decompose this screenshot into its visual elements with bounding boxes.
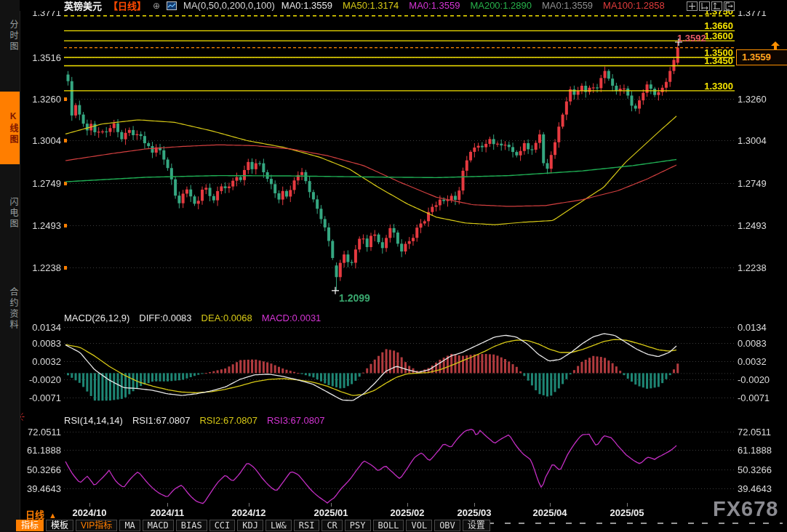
low-price-label: 1.2099	[339, 292, 370, 304]
macd-dea-value: DEA:0.0068	[201, 313, 252, 323]
toolbar-button-MA[interactable]: MA	[119, 520, 140, 531]
chart-header: 英镑美元 【日线】 ⊕ MA(0,50,0,200,0,100) MA0:1.3…	[20, 0, 787, 11]
y-axis-tick-rsi-right: 61.1888	[738, 445, 786, 456]
toolbar-button-BOLL[interactable]: BOLL	[373, 520, 404, 531]
rsi3-value: RSI3:67.0807	[267, 415, 325, 426]
y-axis-tick-macd-left: -0.0020	[17, 374, 61, 385]
watermark-logo: FX678	[713, 497, 778, 521]
toolbar-button-RSI[interactable]: RSI	[294, 520, 320, 531]
indicator-toolbar: 指标模板VIP指标MAMACDBIASCCIKDJLW&RSICRPSYBOLL…	[16, 520, 490, 531]
y-axis-tick-macd-right: 0.0083	[738, 338, 786, 349]
ma-legend-item: MA0:1.3559	[542, 0, 593, 11]
ma-legend-item: MA200:1.2890	[470, 0, 532, 11]
y-axis-tick-macd-left: 0.0083	[17, 338, 61, 349]
y-axis-tick-rsi-left: 50.3266	[17, 464, 61, 475]
sidebar: 分时图K线图闪电图合约资料	[0, 0, 20, 532]
macd-diff-value: DIFF:0.0083	[139, 313, 191, 323]
toolbar-dashed-divider	[474, 523, 783, 524]
x-axis-month-label: 2025/03	[458, 507, 492, 518]
toolbar-button-BIAS[interactable]: BIAS	[176, 520, 207, 531]
ma-settings-label: MA(0,50,0,200,0,100)	[183, 0, 275, 11]
y-axis-scale-icon[interactable]	[699, 1, 710, 10]
ma-legend: MA0:1.3559MA50:1.3174MA0:1.3559MA200:1.2…	[281, 0, 665, 11]
y-axis-tick-main-left: 1.3260	[17, 94, 61, 105]
rsi2-value: RSI2:67.0807	[199, 415, 257, 426]
symbol-title: 英镑美元	[64, 0, 102, 12]
y-axis-tick-rsi-left: 61.1888	[17, 445, 61, 456]
rsi-title: RSI(14,14,14)	[64, 415, 123, 426]
toolbar-button-xx[interactable]: 模板	[46, 520, 73, 531]
y-axis-tick-macd-left: -0.0071	[17, 392, 61, 403]
x-axis-month-label: 2024/12	[232, 507, 266, 518]
y-axis-tick-main-right: 1.2493	[738, 220, 786, 231]
toolbar-button-VOL[interactable]: VOL	[406, 520, 432, 531]
chart-tools	[687, 1, 735, 10]
add-overlay-icon[interactable]: ⊕	[153, 1, 160, 11]
macd-title: MACD(26,12,9)	[64, 313, 129, 323]
ma-legend-item: MA0:1.3559	[281, 0, 332, 11]
x-axis-month-label: 2024/10	[73, 507, 107, 518]
pane-expand-icon[interactable]	[724, 1, 735, 10]
period-badge: 【日线】	[108, 0, 146, 12]
toolbar-button-xx[interactable]: 指标	[16, 520, 44, 531]
y-axis-tick-rsi-left: 39.4643	[17, 483, 61, 494]
x-axis-month-label: 2025/04	[533, 507, 567, 518]
toolbar-button-xx[interactable]: 设置	[463, 520, 490, 531]
toolbar-button-KDJ[interactable]: KDJ	[237, 520, 263, 531]
y-axis-tick-macd-right: -0.0020	[738, 374, 786, 385]
toolbar-button-CCI[interactable]: CCI	[209, 520, 236, 531]
macd-header: MACD(26,12,9) DIFF:0.0083 DEA:0.0068 MAC…	[64, 313, 321, 323]
ma-legend-item: MA100:1.2858	[603, 0, 665, 11]
y-axis-tick-main-left: 1.2749	[17, 178, 61, 189]
y-axis-tick-macd-right: 0.0032	[738, 356, 786, 367]
level-line-label: 1.3300	[690, 81, 733, 92]
toolbar-button-PSY[interactable]: PSY	[345, 520, 371, 531]
y-axis-tick-rsi-left: 72.0511	[17, 427, 61, 438]
toolbar-button-CR[interactable]: CR	[321, 520, 342, 531]
level-line-label: 1.3450	[690, 55, 733, 66]
crosshair-icon[interactable]	[687, 1, 698, 10]
y-axis-tick-main-right: 1.2238	[738, 262, 786, 273]
toolbar-button-OBV[interactable]: OBV	[434, 520, 460, 531]
y-axis-tick-macd-right: -0.0071	[738, 392, 786, 403]
period-up-triangle-icon: ▲	[49, 511, 57, 520]
sidebar-tab-2[interactable]: K线图	[0, 92, 20, 164]
toolbar-button-LWx[interactable]: LW&	[265, 520, 292, 531]
chart-canvas[interactable]	[0, 0, 787, 532]
rsi1-value: RSI1:67.0807	[132, 415, 191, 426]
toolbar-button-VIPxx[interactable]: VIP指标	[76, 520, 117, 531]
y-axis-tick-main-right: 1.3260	[738, 94, 786, 105]
y-axis-tick-macd-left: 0.0032	[17, 356, 61, 367]
ma-legend-item: MA50:1.3174	[343, 0, 399, 11]
y-axis-tick-main-left: 1.2493	[17, 220, 61, 231]
x-axis-month-label: 2025/01	[314, 507, 348, 518]
y-axis-tick-main-left: 1.2238	[17, 262, 61, 273]
ma-legend-item: MA0:1.3559	[409, 0, 460, 11]
sidebar-tab-4[interactable]: 合约资料	[0, 266, 20, 352]
high-price-label: 1.3592	[677, 33, 706, 44]
trading-app-window: 分时图K线图闪电图合约资料 英镑美元 【日线】 ⊕ MA(0,50,0,200,…	[0, 0, 787, 532]
mini-chart-icon[interactable]	[167, 1, 177, 10]
period-text: 日线	[25, 509, 44, 520]
x-axis-month-label: 2024/11	[151, 507, 184, 518]
x-axis-month-label: 2025/05	[610, 507, 644, 518]
y-axis-tick-main-right: 1.3004	[738, 135, 786, 146]
y-axis-tick-main-left: 1.3516	[17, 52, 61, 63]
y-axis-tick-macd-left: 0.0134	[17, 322, 61, 333]
y-axis-tick-rsi-right: 39.4643	[738, 483, 786, 494]
y-axis-tick-macd-right: 0.0134	[738, 322, 786, 333]
x-axis-scale-icon[interactable]	[711, 1, 722, 10]
sidebar-tab-1[interactable]: 分时图	[0, 7, 20, 64]
price-up-arrow-icon	[770, 40, 781, 53]
y-axis-tick-main-left: 1.3004	[17, 135, 61, 146]
sidebar-tab-3[interactable]: 闪电图	[0, 177, 20, 249]
macd-macd-value: MACD:0.0031	[262, 313, 321, 323]
y-axis-tick-rsi-right: 50.3266	[738, 464, 786, 475]
rsi-header: RSI(14,14,14) RSI1:67.0807 RSI2:67.0807 …	[64, 415, 324, 426]
x-axis-month-label: 2025/02	[391, 507, 425, 518]
y-axis-tick-main-right: 1.2749	[738, 178, 786, 189]
toolbar-button-MACD[interactable]: MACD	[143, 520, 174, 531]
y-axis-tick-rsi-right: 72.0511	[738, 427, 786, 438]
